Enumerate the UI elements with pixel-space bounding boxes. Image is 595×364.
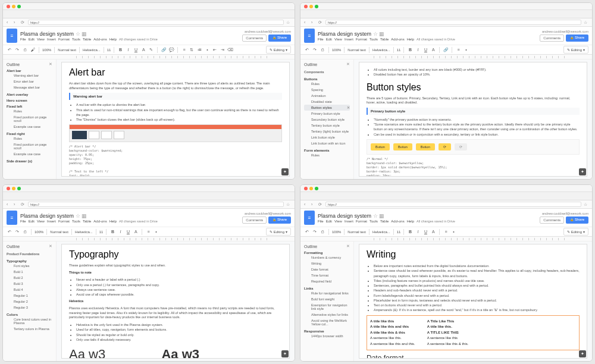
outline-item[interactable]: Rules — [7, 136, 52, 142]
font-size-select[interactable]: 11 — [397, 48, 401, 52]
outline-item[interactable]: Spacing — [304, 87, 350, 93]
menu-file[interactable]: File — [318, 37, 324, 41]
comments-button[interactable]: Comments — [540, 216, 564, 224]
text-color-icon[interactable]: A — [430, 47, 436, 53]
menu-table[interactable]: Table — [380, 37, 389, 41]
explore-button[interactable]: ✦ — [281, 168, 289, 175]
menu-view[interactable]: View — [334, 219, 342, 223]
font-size-select[interactable]: 11 — [107, 48, 111, 52]
menu-table[interactable]: Table — [83, 37, 91, 41]
outline-item[interactable]: Bold 3 — [7, 281, 52, 287]
close-window-icon[interactable] — [304, 5, 308, 8]
italic-icon[interactable]: I — [117, 229, 123, 235]
document-page[interactable]: Alert bar An alert bar slides down from … — [61, 62, 290, 177]
outline-item[interactable]: Bold 2 — [7, 275, 52, 281]
address-bar[interactable]: https:// — [325, 20, 581, 25]
minimize-window-icon[interactable] — [309, 5, 313, 8]
reload-icon[interactable]: ⟳ — [21, 202, 26, 207]
address-bar[interactable]: https:// — [28, 202, 284, 207]
menu-format[interactable]: Format — [356, 219, 367, 223]
indent-decrease-icon[interactable]: ⇤ — [212, 47, 218, 53]
editing-mode-button[interactable]: ✎ Editing ▾ — [266, 46, 291, 54]
underline-icon[interactable]: U — [422, 47, 428, 53]
outline-item[interactable]: Fixed position on page scroll — [7, 142, 52, 151]
outline-section[interactable]: Alert overlay — [7, 93, 52, 96]
line-spacing-icon[interactable]: ⇅ — [189, 47, 195, 53]
document-title[interactable]: Plasma design system ☆ ▦ — [20, 31, 239, 37]
maximize-window-icon[interactable] — [17, 5, 21, 8]
font-select[interactable]: Helvetica... — [83, 48, 101, 52]
italic-icon[interactable]: I — [415, 47, 421, 53]
menu-file[interactable]: File — [20, 219, 26, 223]
font-size-select[interactable]: 11 — [99, 230, 104, 234]
align-icon[interactable]: ≡ — [145, 229, 151, 235]
star-icon[interactable]: ☆ — [584, 20, 588, 25]
outline-item[interactable]: Alternative styles for links — [304, 312, 350, 318]
outline-item[interactable]: Disabled state — [304, 99, 350, 105]
outline-item[interactable]: Rule for navigational links — [304, 290, 350, 296]
underline-icon[interactable]: U — [125, 229, 131, 235]
google-docs-icon[interactable]: ≡ — [304, 211, 315, 225]
redo-icon[interactable]: ↷ — [312, 229, 318, 235]
font-select[interactable]: Helvetica... — [372, 48, 390, 52]
outline-item[interactable]: Bold font weight — [304, 296, 350, 302]
outline-item[interactable]: Rules — [304, 152, 350, 158]
menu-insert[interactable]: Insert — [47, 37, 56, 41]
undo-icon[interactable]: ↶ — [7, 229, 12, 235]
comment-icon[interactable]: 💬 — [168, 47, 174, 53]
share-button[interactable]: 🔒 Share — [566, 216, 588, 224]
link-icon[interactable]: 🔗 — [161, 47, 167, 53]
menu-table[interactable]: Table — [380, 219, 389, 223]
outline-item[interactable]: 1440px browser width — [304, 333, 350, 339]
menu-table[interactable]: Table — [83, 219, 91, 223]
text-color-icon[interactable]: A — [140, 47, 146, 53]
menu-view[interactable]: View — [334, 37, 342, 41]
menu-addons[interactable]: Add-ons — [391, 37, 404, 41]
explore-button[interactable]: ✦ — [579, 168, 586, 175]
underline-icon[interactable]: U — [133, 47, 139, 53]
editing-mode-button[interactable]: ✎ Editing ▾ — [266, 228, 291, 236]
menu-addons[interactable]: Add-ons — [93, 219, 107, 223]
menu-tools[interactable]: Tools — [369, 219, 378, 223]
bold-icon[interactable]: B — [109, 229, 115, 235]
outline-item[interactable]: Link button with an icon — [304, 140, 350, 146]
outline-item[interactable]: Bold 1 — [7, 269, 52, 275]
outline-item[interactable]: Secondary button style — [304, 117, 350, 123]
undo-icon[interactable]: ↶ — [304, 47, 310, 53]
comments-button[interactable]: Comments — [242, 34, 267, 42]
forward-icon[interactable]: › — [14, 20, 18, 25]
explore-button[interactable]: ✦ — [281, 350, 289, 357]
star-icon[interactable]: ☆ — [584, 202, 588, 207]
document-title[interactable]: Plasma design system ☆ ▦ — [318, 31, 537, 37]
list-icon[interactable]: • — [153, 229, 159, 235]
menu-help[interactable]: Help — [109, 37, 117, 41]
minimize-window-icon[interactable] — [309, 187, 313, 190]
outline-item[interactable]: Time format — [304, 272, 350, 278]
bullet-list-icon[interactable]: • — [204, 47, 210, 53]
align-icon[interactable]: ≡ — [455, 47, 461, 53]
close-outline-icon[interactable]: ✕ — [346, 244, 350, 249]
menu-help[interactable]: Help — [407, 37, 414, 41]
menu-format[interactable]: Format — [58, 219, 70, 223]
outline-item[interactable]: Tertiary (light) button style — [304, 128, 350, 134]
outline-item[interactable]: Regular 2 — [7, 299, 52, 305]
outline-item[interactable]: Font styles — [7, 263, 52, 269]
document-page[interactable]: Writing Below are important notes extrac… — [359, 244, 587, 359]
outline-item[interactable]: Animation — [304, 93, 350, 99]
back-icon[interactable]: ‹ — [7, 20, 11, 25]
list-icon[interactable]: • — [463, 47, 469, 53]
undo-icon[interactable]: ↶ — [304, 229, 310, 235]
menu-help[interactable]: Help — [407, 219, 414, 223]
google-docs-icon[interactable]: ≡ — [7, 211, 17, 225]
outline-item[interactable]: Message alert bar — [7, 84, 52, 90]
menu-insert[interactable]: Insert — [47, 219, 56, 223]
menu-edit[interactable]: Edit — [326, 37, 332, 41]
text-color-icon[interactable]: A — [133, 229, 139, 235]
google-docs-icon[interactable]: ≡ — [7, 29, 17, 43]
zoom-select[interactable]: 100% — [332, 230, 341, 234]
document-page[interactable]: Typography These guidelines explain what… — [61, 244, 290, 359]
outline-item[interactable]: Primary button style — [304, 111, 350, 117]
document-title[interactable]: Plasma design system ☆ ▦ — [20, 213, 239, 219]
horizontal-ruler[interactable] — [300, 237, 592, 241]
underline-icon[interactable]: U — [422, 229, 428, 235]
